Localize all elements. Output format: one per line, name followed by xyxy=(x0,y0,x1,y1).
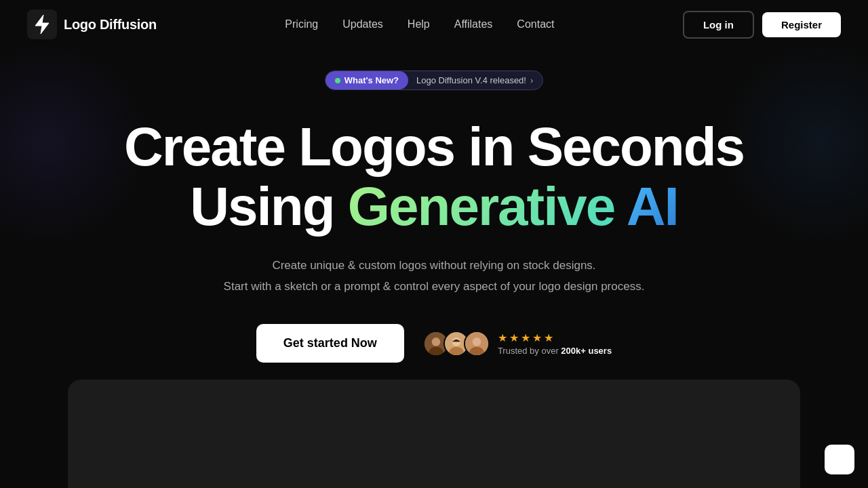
nav-item-contact[interactable]: Contact xyxy=(517,18,554,30)
social-proof: ★ ★ ★ ★ ★ Trusted by over 200k+ users xyxy=(423,331,612,357)
brand-name: Logo Diffusion xyxy=(64,17,157,33)
badge-message: Logo Diffusion V.4 released! › xyxy=(408,71,542,89)
star-5: ★ xyxy=(544,331,553,344)
login-button[interactable]: Log in xyxy=(683,11,754,39)
avatars xyxy=(423,331,490,357)
proof-text: ★ ★ ★ ★ ★ Trusted by over 200k+ users xyxy=(498,331,612,356)
logo-area[interactable]: Logo Diffusion xyxy=(27,9,157,39)
badge-arrow: › xyxy=(530,75,533,85)
star-3: ★ xyxy=(521,331,530,344)
star-1: ★ xyxy=(498,331,507,344)
chat-widget[interactable]: 🗨 xyxy=(825,445,854,474)
svg-point-5 xyxy=(452,338,461,346)
avatar-3-img xyxy=(465,331,488,357)
svg-point-2 xyxy=(432,338,441,346)
nav-item-pricing[interactable]: Pricing xyxy=(285,18,318,30)
navbar: Logo Diffusion Pricing Updates Help Affi… xyxy=(0,0,868,49)
headline: Create Logos in Seconds Using Generative… xyxy=(124,117,744,237)
subheadline-line2: Start with a sketch or a prompt & contro… xyxy=(224,277,645,298)
badge-text: What's New? xyxy=(344,75,399,85)
badge-label: What's New? xyxy=(326,71,408,89)
whats-new-badge[interactable]: What's New? Logo Diffusion V.4 released!… xyxy=(325,70,544,90)
get-started-button[interactable]: Get started Now xyxy=(256,324,404,363)
chat-icon: 🗨 xyxy=(833,452,846,468)
headline-using: Using xyxy=(190,176,347,237)
hero-section: What's New? Logo Diffusion V.4 released!… xyxy=(0,49,868,363)
nav-item-updates[interactable]: Updates xyxy=(342,18,383,30)
star-2: ★ xyxy=(509,331,519,344)
trust-text: Trusted by over 200k+ users xyxy=(498,346,612,356)
avatar-3 xyxy=(464,331,490,357)
nav-links: Pricing Updates Help Affilates Contact xyxy=(285,18,554,30)
cta-row: Get started Now xyxy=(256,324,612,363)
star-4: ★ xyxy=(532,331,542,344)
subheadline: Create unique & custom logos without rel… xyxy=(224,256,645,297)
demo-section xyxy=(68,380,800,488)
nav-item-affiliates[interactable]: Affilates xyxy=(454,18,493,30)
badge-dot xyxy=(335,78,340,83)
stars: ★ ★ ★ ★ ★ xyxy=(498,331,612,344)
nav-actions: Log in Register xyxy=(683,11,841,39)
subheadline-line1: Create unique & custom logos without rel… xyxy=(224,256,645,277)
headline-ai: AI xyxy=(627,176,678,237)
trust-prefix: Trusted by over xyxy=(498,346,561,356)
headline-generative: Generative xyxy=(348,176,615,237)
badge-message-text: Logo Diffusion V.4 released! xyxy=(416,75,526,85)
trust-bold: 200k+ users xyxy=(561,346,612,356)
headline-line2: Using Generative AI xyxy=(124,177,744,237)
logo-icon xyxy=(27,9,57,39)
headline-line1: Create Logos in Seconds xyxy=(124,117,744,177)
nav-item-help[interactable]: Help xyxy=(408,18,430,30)
register-button[interactable]: Register xyxy=(762,12,841,37)
svg-point-8 xyxy=(473,338,481,346)
